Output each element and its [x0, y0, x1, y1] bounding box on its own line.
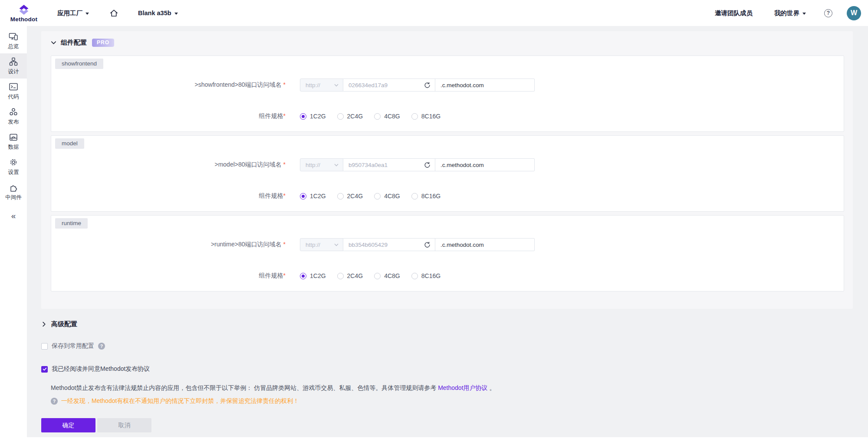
app-factory-menu[interactable]: 应用工厂: [57, 9, 89, 17]
spec-radio-8c16g[interactable]: 8C16G: [411, 113, 441, 120]
sidebar-collapse-button[interactable]: «: [0, 211, 27, 221]
sidebar-label: 总览: [8, 43, 19, 50]
required-asterisk: *: [283, 192, 286, 199]
app-name-menu[interactable]: Blank a35b: [138, 10, 178, 16]
protocol-select[interactable]: http://: [300, 79, 343, 92]
agreement-checkbox[interactable]: [41, 366, 48, 373]
spec-radio-1c2g[interactable]: 1C2G: [300, 272, 326, 279]
cancel-button[interactable]: 取消: [97, 418, 151, 432]
methodot-logo[interactable]: Methodot: [8, 4, 40, 23]
gear-icon: [9, 157, 18, 167]
advanced-title: 高级配置: [51, 320, 77, 328]
spec-radio-4c8g[interactable]: 4C8G: [374, 193, 400, 200]
agreement-row: 我已经阅读并同意Methodot发布协议: [41, 365, 853, 373]
confirm-button[interactable]: 确定: [41, 418, 95, 432]
sidebar-item-publish[interactable]: 发布: [0, 104, 27, 129]
spec-row: 组件规格* 1C2G 2C4G: [51, 192, 844, 200]
component-config-panel: 组件配置 PRO showfrontend >showfrontend>80端口…: [41, 31, 853, 309]
sidebar-item-code[interactable]: 代码: [0, 79, 27, 104]
radio-selected-icon: [300, 193, 306, 200]
spec-radio-2c4g[interactable]: 2C4G: [337, 272, 363, 279]
sidebar-item-design[interactable]: 设计: [0, 53, 27, 79]
spec-radio-8c16g[interactable]: 8C16G: [411, 272, 441, 279]
domain-row: >showfrontend>80端口访问域名* http:// 026634ed…: [51, 79, 844, 92]
agreement-label: 我已经阅读并同意Methodot发布协议: [52, 365, 150, 373]
home-button[interactable]: [109, 8, 119, 18]
design-icon: [9, 57, 18, 66]
home-icon: [109, 8, 119, 18]
refresh-icon[interactable]: [424, 82, 431, 88]
domain-suffix-input[interactable]: .c.methodot.com: [435, 79, 535, 92]
protocol-select[interactable]: http://: [300, 158, 343, 171]
radio-icon: [411, 193, 418, 200]
my-world-label: 我的世界: [774, 9, 799, 17]
database-icon: [9, 132, 18, 142]
policy-warning-text: 一经发现，Methodot有权在不通知用户的情况下立即封禁，并保留追究法律责任的…: [61, 397, 299, 405]
protocol-value: http://: [306, 162, 320, 168]
avatar[interactable]: W: [847, 6, 861, 20]
required-asterisk: *: [283, 161, 286, 168]
radio-icon: [411, 113, 418, 120]
puzzle-icon: [9, 183, 18, 192]
protocol-select[interactable]: http://: [300, 238, 343, 251]
sidebar-label: 设计: [8, 68, 19, 75]
spec-label: 组件规格*: [51, 272, 286, 280]
sidebar-item-settings[interactable]: 设置: [0, 154, 27, 179]
component-config-header[interactable]: 组件配置 PRO: [51, 37, 844, 48]
save-common-checkbox[interactable]: [41, 343, 48, 350]
required-asterisk: *: [283, 241, 286, 248]
sidebar-label: 中间件: [5, 194, 22, 201]
refresh-icon[interactable]: [424, 162, 431, 168]
my-world-menu[interactable]: 我的世界: [774, 9, 806, 17]
spec-radio-4c8g[interactable]: 4C8G: [374, 272, 400, 279]
help-icon[interactable]: ?: [824, 9, 832, 17]
component-tab: showfrontend: [55, 59, 103, 69]
component-tab: runtime: [55, 218, 88, 229]
user-agreement-link[interactable]: Methodot用户协议: [438, 384, 487, 391]
sidebar-label: 代码: [8, 93, 19, 101]
spec-radio-4c8g[interactable]: 4C8G: [374, 113, 400, 120]
spec-radio-8c16g[interactable]: 8C16G: [411, 193, 441, 200]
policy-text: Methodot禁止发布含有法律法规禁止内容的应用，包含但不限于以下举例： 仿冒…: [51, 383, 853, 392]
radio-icon: [374, 113, 381, 120]
spec-radio-2c4g[interactable]: 2C4G: [337, 113, 363, 120]
methodot-logo-icon: [17, 4, 31, 16]
sidebar-item-middleware[interactable]: 中间件: [0, 179, 27, 204]
help-icon: ?: [51, 398, 58, 405]
refresh-icon[interactable]: [424, 242, 431, 248]
sidebar-item-overview[interactable]: 总览: [0, 28, 27, 53]
spec-radio-1c2g[interactable]: 1C2G: [300, 113, 326, 120]
save-common-label: 保存到常用配置: [52, 342, 94, 350]
sidebar-item-data[interactable]: 数据: [0, 129, 27, 154]
domain-suffix-input[interactable]: .c.methodot.com: [435, 158, 535, 171]
spec-row: 组件规格* 1C2G 2C4G: [51, 272, 844, 280]
publish-icon: [9, 107, 18, 117]
domain-host-input[interactable]: b950734a0ea1: [343, 158, 435, 171]
spec-radio-1c2g[interactable]: 1C2G: [300, 193, 326, 200]
save-common-row: 保存到常用配置 ?: [41, 342, 853, 350]
domain-suffix-value: .c.methodot.com: [441, 162, 484, 168]
help-icon[interactable]: ?: [98, 343, 105, 350]
domain-suffix-input[interactable]: .c.methodot.com: [435, 238, 535, 251]
domain-label: >showfrontend>80端口访问域名*: [51, 81, 286, 89]
chevron-down-icon: [334, 243, 339, 246]
top-navbar: Methodot 应用工厂 Blank a35b 邀请团队成员 我的世界 ? W: [0, 0, 868, 26]
spec-radio-2c4g[interactable]: 2C4G: [337, 193, 363, 200]
chevron-down-icon: [334, 84, 339, 87]
spec-label: 组件规格*: [51, 192, 286, 200]
collapse-icon: «: [11, 211, 16, 220]
chevron-down-icon: [174, 13, 178, 15]
advanced-config-header[interactable]: 高级配置: [41, 320, 853, 328]
invite-team-button[interactable]: 邀请团队成员: [715, 9, 753, 17]
spec-row: 组件规格* 1C2G 2C4G: [51, 112, 844, 120]
check-icon: [43, 367, 47, 371]
domain-host-input[interactable]: 026634ed17a9: [343, 79, 435, 92]
section-title: 组件配置: [61, 39, 87, 47]
content-area: 组件配置 PRO showfrontend >showfrontend>80端口…: [27, 26, 868, 437]
radio-icon: [337, 273, 344, 279]
chevron-down-icon: [51, 40, 56, 46]
action-buttons: 确定 取消: [41, 418, 853, 432]
component-card-showfrontend: showfrontend >showfrontend>80端口访问域名* htt…: [51, 56, 844, 132]
protocol-value: http://: [306, 82, 320, 88]
domain-host-input[interactable]: bb354b605429: [343, 238, 435, 251]
